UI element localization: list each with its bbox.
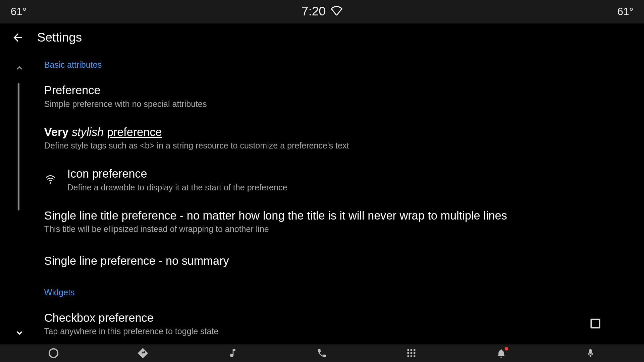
back-button[interactable]: [11, 31, 25, 45]
svg-rect-6: [411, 352, 412, 354]
preference-title: Icon preference: [67, 167, 608, 181]
scroll-affordance: [0, 52, 44, 345]
page-title: Settings: [37, 31, 82, 45]
svg-rect-4: [414, 349, 415, 351]
status-time: 7:20: [302, 5, 326, 19]
checkbox[interactable]: [590, 318, 600, 328]
arrow-left-icon: [11, 32, 24, 44]
notification-badge: [504, 347, 508, 351]
preference-title: Single line title preference - no matter…: [44, 208, 609, 223]
nav-music-button[interactable]: [224, 344, 241, 362]
svg-rect-8: [408, 355, 409, 357]
app-bar: Settings: [0, 23, 644, 52]
scroll-down-button[interactable]: [13, 327, 26, 339]
nav-navigation-button[interactable]: [134, 344, 152, 362]
wifi-icon: [331, 5, 342, 19]
svg-rect-2: [408, 349, 409, 351]
preference-summary: Tap anywhere in this preference to toggl…: [44, 327, 572, 337]
directions-icon: [137, 347, 149, 359]
wifi-icon: [44, 175, 57, 184]
preference-single-line-title[interactable]: Single line title preference - no matter…: [44, 200, 609, 242]
section-header-widgets: Widgets: [44, 280, 609, 303]
preference-title: Single line preference - no summary: [44, 254, 609, 268]
nav-assistant-button[interactable]: [45, 344, 62, 362]
preference-summary: Define a drawable to display it at the s…: [67, 183, 608, 192]
status-temp-right: 61°: [618, 5, 634, 18]
nav-apps-button[interactable]: [402, 344, 420, 362]
scrollbar-thumb[interactable]: [18, 83, 19, 210]
chevron-up-icon: [15, 63, 24, 73]
svg-rect-9: [411, 355, 412, 357]
phone-icon: [317, 348, 327, 359]
svg-point-1: [49, 349, 58, 358]
circle-icon: [48, 347, 59, 359]
music-note-icon: [227, 348, 238, 359]
chevron-down-icon: [15, 328, 24, 338]
preference-checkbox[interactable]: Checkbox preference Tap anywhere in this…: [44, 303, 609, 345]
scroll-up-button[interactable]: [13, 62, 26, 74]
preference-summary: Define style tags such as <b> in a strin…: [44, 141, 609, 151]
svg-rect-3: [411, 349, 412, 351]
svg-point-0: [50, 182, 51, 184]
preference-stylish[interactable]: Very stylish preference Define style tag…: [44, 117, 609, 159]
mic-icon: [586, 348, 595, 358]
preference-summary: Simple preference with no special attrib…: [44, 99, 609, 109]
nav-notifications-button[interactable]: [492, 344, 510, 362]
svg-rect-7: [414, 352, 415, 354]
preference-simple[interactable]: Preference Simple preference with no spe…: [44, 75, 609, 117]
svg-rect-10: [414, 355, 415, 357]
preference-no-summary[interactable]: Single line preference - no summary: [44, 242, 609, 280]
svg-rect-5: [408, 352, 409, 354]
preference-title: Preference: [44, 83, 609, 98]
preference-title: Checkbox preference: [44, 310, 572, 325]
preference-title: Very stylish preference: [44, 125, 609, 139]
preferences-list: Basic attributes Preference Simple prefe…: [44, 52, 644, 345]
preference-icon[interactable]: Icon preference Define a drawable to dis…: [44, 159, 609, 200]
status-temp-left: 61°: [11, 5, 27, 18]
preference-summary: This title will be ellipsized instead of…: [44, 225, 609, 234]
nav-phone-button[interactable]: [313, 344, 331, 362]
nav-voice-button[interactable]: [582, 344, 599, 362]
section-header-basic: Basic attributes: [44, 52, 609, 75]
apps-grid-icon: [406, 348, 417, 359]
status-bar: 61° 7:20 61°: [0, 0, 644, 23]
bottom-nav: [0, 344, 644, 362]
